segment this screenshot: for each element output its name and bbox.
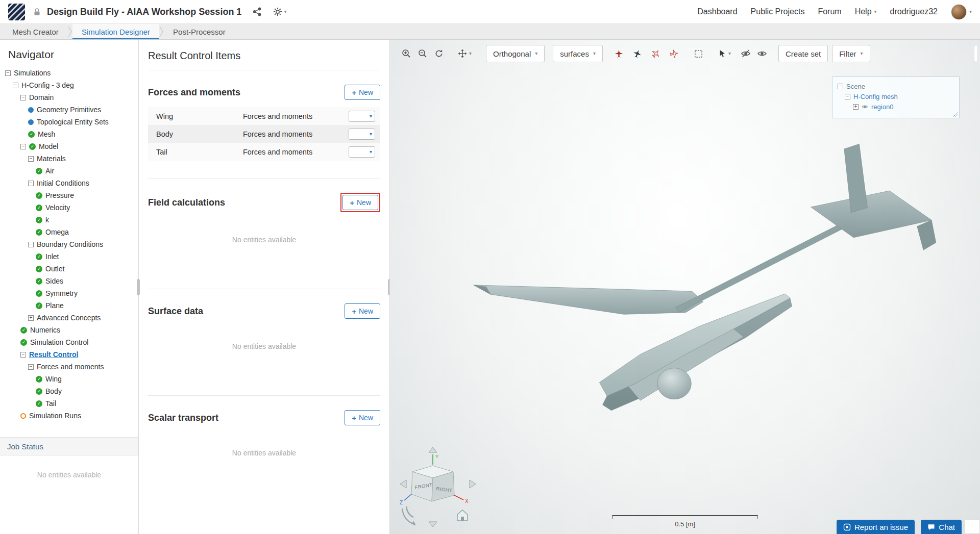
rotate-down-arrow[interactable] xyxy=(429,522,437,527)
visibility-eye-icon[interactable] xyxy=(862,104,868,110)
expand-icon[interactable] xyxy=(853,104,859,110)
nav-forum[interactable]: Forum xyxy=(818,7,841,16)
job-status-header[interactable]: Job Status xyxy=(0,437,138,455)
tree-item-materials[interactable]: Materials xyxy=(0,152,138,165)
nav-help-menu[interactable]: Help xyxy=(855,7,877,16)
new-scalar-transport-button[interactable]: +New xyxy=(345,410,380,425)
item-menu-dropdown[interactable] xyxy=(349,129,375,140)
viewport-3d[interactable]: Orthogonal surfaces xyxy=(390,40,980,534)
scene-region-label[interactable]: region0 xyxy=(871,103,893,111)
collapse-icon[interactable] xyxy=(28,242,34,247)
tree-item-boundary-conditions[interactable]: Boundary Conditions xyxy=(0,238,138,250)
result-item-body[interactable]: BodyForces and moments xyxy=(148,125,380,143)
view-preset-4-button[interactable] xyxy=(666,45,682,62)
tree-item-outlet[interactable]: Outlet xyxy=(0,263,138,275)
item-menu-dropdown[interactable] xyxy=(349,111,375,122)
collapse-icon[interactable] xyxy=(20,95,26,100)
collapse-icon[interactable] xyxy=(5,70,11,76)
tab-simulation-designer[interactable]: Simulation Designer xyxy=(72,24,159,39)
aircraft-geometry[interactable] xyxy=(474,144,936,410)
nav-public-projects[interactable]: Public Projects xyxy=(751,7,805,16)
tree-item-velocity[interactable]: Velocity xyxy=(0,201,138,214)
tree-item-tail[interactable]: Tail xyxy=(0,397,138,410)
tree-item-result-control[interactable]: Result Control xyxy=(0,348,138,361)
home-view-icon[interactable] xyxy=(457,510,468,521)
select-tool-dropdown[interactable] xyxy=(711,45,738,62)
scrollbar-thumb[interactable] xyxy=(974,45,978,62)
tab-post-processor[interactable]: Post-Processor xyxy=(164,24,235,39)
render-mode-dropdown[interactable]: surfaces xyxy=(553,45,603,62)
tree-item-forces-and-moments[interactable]: Forces and moments xyxy=(0,361,138,373)
result-item-wing[interactable]: WingForces and moments xyxy=(148,107,380,125)
nav-dashboard[interactable]: Dashboard xyxy=(697,7,737,16)
view-preset-2-button[interactable] xyxy=(629,45,646,62)
rotate-left-arrow[interactable] xyxy=(400,480,406,488)
zoom-in-button[interactable] xyxy=(398,45,414,62)
new-forces-and-moments-button[interactable]: +New xyxy=(345,85,380,100)
tree-item-model[interactable]: Model xyxy=(0,140,138,152)
tree-item-simulation-control[interactable]: Simulation Control xyxy=(0,336,138,348)
zoom-out-button[interactable] xyxy=(414,45,431,62)
collapse-icon[interactable] xyxy=(28,181,34,186)
collapse-icon[interactable] xyxy=(20,352,26,358)
tree-item-topological-entity-sets[interactable]: Topological Entity Sets xyxy=(0,116,138,128)
tab-mesh-creator[interactable]: Mesh Creator xyxy=(3,24,68,39)
tree-item-wing[interactable]: Wing xyxy=(0,373,138,385)
tree-item-simulation-runs[interactable]: Simulation Runs xyxy=(0,410,138,422)
transform-tool-dropdown[interactable] xyxy=(451,45,478,62)
view-preset-1-button[interactable] xyxy=(611,45,627,62)
tree-item-domain[interactable]: Domain xyxy=(0,91,138,104)
chat-button[interactable]: Chat xyxy=(921,520,962,534)
collapse-icon[interactable] xyxy=(28,364,34,370)
tree-item-advanced-concepts[interactable]: Advanced Concepts xyxy=(0,312,138,324)
navigation-cube[interactable]: Y FRONT RIGHT X Z xyxy=(398,446,480,531)
app-logo[interactable] xyxy=(8,4,25,20)
show-all-button[interactable] xyxy=(754,45,770,62)
new-surface-data-button[interactable]: +New xyxy=(345,303,380,319)
user-menu[interactable] xyxy=(951,4,972,20)
tree-item-simulations[interactable]: Simulations xyxy=(0,67,138,79)
tree-item-body[interactable]: Body xyxy=(0,385,138,397)
tree-item-mesh[interactable]: Mesh xyxy=(0,128,138,140)
reset-view-button[interactable] xyxy=(431,45,447,62)
panel-resize-handle[interactable] xyxy=(137,279,140,295)
corner-widget[interactable] xyxy=(965,520,980,534)
rotate-right-arrow[interactable] xyxy=(470,480,476,488)
create-set-button[interactable]: Create set xyxy=(778,45,828,62)
tree-item-symmetry[interactable]: Symmetry xyxy=(0,287,138,299)
tree-item-geometry-primitives[interactable]: Geometry Primitives xyxy=(0,104,138,116)
result-item-tail[interactable]: TailForces and moments xyxy=(148,143,380,161)
item-menu-dropdown[interactable] xyxy=(349,146,375,158)
tree-item-initial-conditions[interactable]: Initial Conditions xyxy=(0,177,138,189)
scene-root-label[interactable]: Scene xyxy=(846,83,865,90)
expand-icon[interactable] xyxy=(28,315,34,321)
view-preset-3-button[interactable] xyxy=(648,45,664,62)
share-icon[interactable] xyxy=(253,7,262,16)
filter-dropdown[interactable]: Filter xyxy=(832,45,870,62)
new-field-calculations-button[interactable]: +New xyxy=(342,195,378,210)
scene-mesh-label[interactable]: H-Config mesh xyxy=(853,93,898,100)
projection-dropdown[interactable]: Orthogonal xyxy=(486,45,545,62)
avatar[interactable] xyxy=(951,4,967,20)
rotate-up-arrow[interactable] xyxy=(429,447,437,452)
settings-gear-icon[interactable] xyxy=(273,7,286,16)
tree-item-inlet[interactable]: Inlet xyxy=(0,250,138,263)
tree-item-sides[interactable]: Sides xyxy=(0,275,138,287)
nav-username[interactable]: drodriguez32 xyxy=(890,7,938,16)
collapse-icon[interactable] xyxy=(845,94,850,99)
hide-selection-button[interactable] xyxy=(738,45,754,62)
tree-item-h-config-3-deg[interactable]: H-Config - 3 deg xyxy=(0,79,138,91)
tree-item-k[interactable]: k xyxy=(0,214,138,226)
collapse-icon[interactable] xyxy=(13,83,18,88)
box-select-button[interactable] xyxy=(691,45,707,62)
resize-grip[interactable] xyxy=(953,112,958,117)
tree-item-pressure[interactable]: Pressure xyxy=(0,189,138,201)
collapse-icon[interactable] xyxy=(838,84,843,89)
collapse-icon[interactable] xyxy=(20,144,26,149)
collapse-icon[interactable] xyxy=(28,156,34,162)
tree-item-plane[interactable]: Plane xyxy=(0,299,138,312)
tree-item-numerics[interactable]: Numerics xyxy=(0,324,138,336)
report-issue-button[interactable]: Report an issue xyxy=(837,520,915,534)
tree-item-omega[interactable]: Omega xyxy=(0,226,138,238)
tree-item-air[interactable]: Air xyxy=(0,165,138,177)
